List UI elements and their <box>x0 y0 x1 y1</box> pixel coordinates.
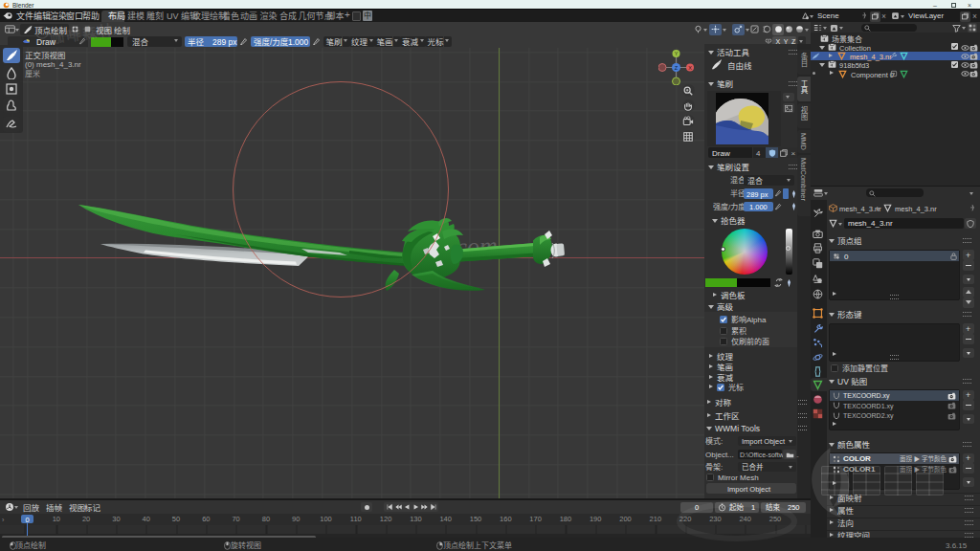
svg-text:X: X <box>688 65 692 71</box>
svg-text:Y: Y <box>675 51 679 56</box>
